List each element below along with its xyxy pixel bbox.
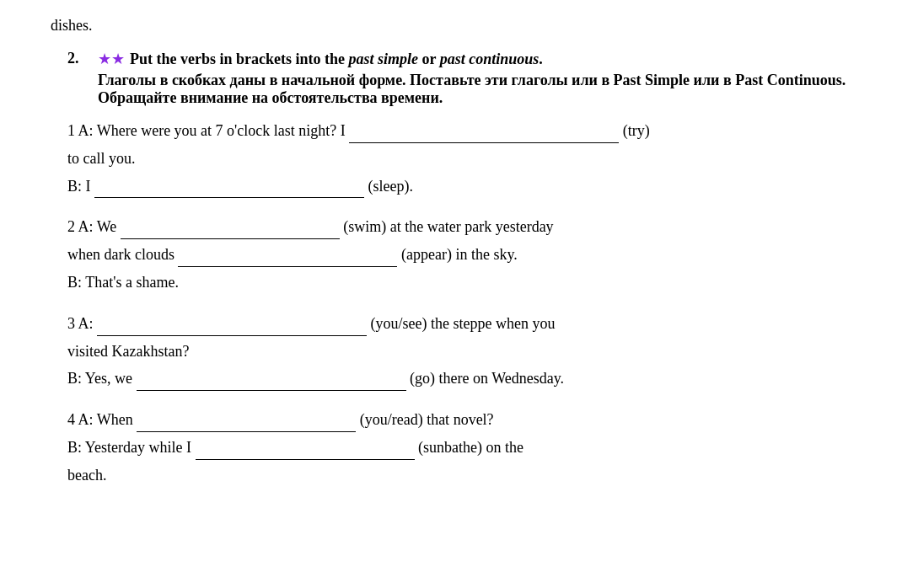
sentence-2a-line2: when dark clouds (appear) in the sky. <box>67 243 851 267</box>
blank-4a <box>137 415 356 432</box>
sentence-4-block: 4 A: When (you/read) that novel? B: Yest… <box>67 408 851 487</box>
exercise-content: 1 A: Where were you at 7 o'clock last ni… <box>67 119 851 488</box>
sentence-1a-line2: to call you. <box>67 147 851 171</box>
exercise-header: 2. ★★Put the verbs in brackets into the … <box>67 50 851 107</box>
blank-3a <box>97 319 367 336</box>
exercise-number: 2. <box>67 50 91 67</box>
instruction-russian: Глаголы в скобках даны в начальной форме… <box>98 72 851 107</box>
sentence-3a-line1: 3 A: (you/see) the steppe when you <box>67 312 851 336</box>
sentence-2b: B: That's a shame. <box>67 270 851 295</box>
sentence-3a-line2: visited Kazakhstan? <box>67 339 851 364</box>
blank-2a1 <box>121 222 340 239</box>
sentence-3b: B: Yes, we (go) there on Wednesday. <box>67 366 851 391</box>
blank-2a2 <box>178 250 397 267</box>
blank-3b <box>137 374 406 391</box>
blank-1a <box>349 126 619 143</box>
term-past-continuous: past continuous <box>440 51 540 67</box>
sentence-1-block: 1 A: Where were you at 7 o'clock last ni… <box>67 119 851 198</box>
sentence-1a-line1: 1 A: Where were you at 7 o'clock last ni… <box>67 119 851 143</box>
sentence-2-block: 2 A: We (swim) at the water park yesterd… <box>67 215 851 294</box>
sentence-1b: B: I (sleep). <box>67 174 851 199</box>
term-past-simple: past simple <box>349 51 419 67</box>
sentence-2a-line1: 2 A: We (swim) at the water park yesterd… <box>67 215 851 239</box>
sentence-4b-line1: B: Yesterday while I (sunbathe) on the <box>67 436 851 460</box>
blank-4b <box>196 443 415 460</box>
difficulty-stars: ★★ <box>98 51 125 67</box>
sentence-4b-line2: beach. <box>67 463 851 488</box>
instruction-english: Put the verbs in brackets into the past … <box>130 51 543 67</box>
sentence-3-block: 3 A: (you/see) the steppe when you visit… <box>67 312 851 391</box>
blank-1b <box>94 181 364 198</box>
header-content: ★★Put the verbs in brackets into the pas… <box>98 50 851 107</box>
exercise-block: 2. ★★Put the verbs in brackets into the … <box>67 50 851 488</box>
sentence-4a: 4 A: When (you/read) that novel? <box>67 408 851 432</box>
top-text: dishes. <box>51 17 851 35</box>
